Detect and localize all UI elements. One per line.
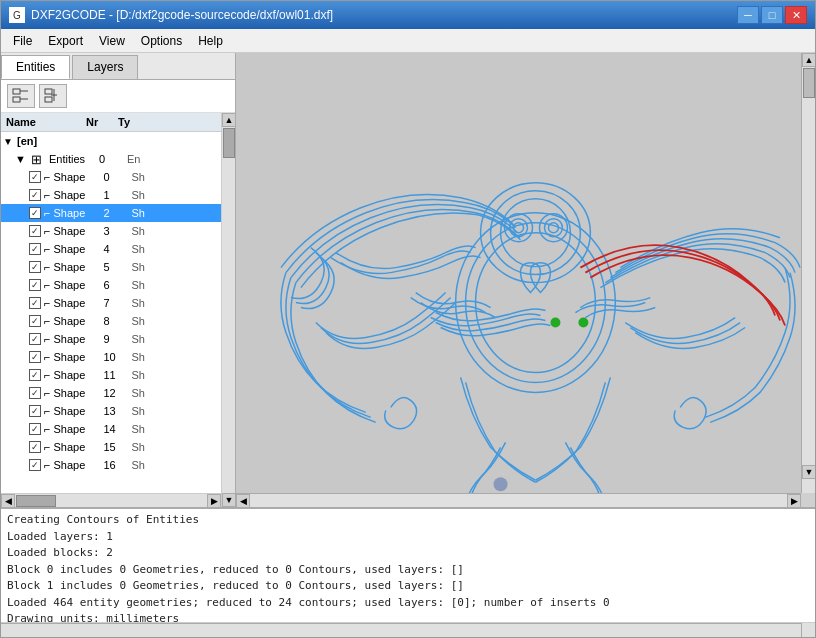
tree-row-3[interactable]: ⌐Shape3Sh — [1, 222, 221, 240]
tree-row-2[interactable]: ⌐Shape2Sh — [1, 204, 221, 222]
tree-row-15[interactable]: ⌐Shape15Sh — [1, 438, 221, 456]
row-shape-icon-5: ⌐ — [44, 261, 50, 273]
expand-all-button[interactable] — [39, 84, 67, 108]
row-type-4: Sh — [131, 243, 161, 255]
menu-options[interactable]: Options — [133, 32, 190, 50]
maximize-button[interactable]: □ — [761, 6, 783, 24]
row-name-6: Shape — [53, 279, 103, 291]
tree-row-12[interactable]: ⌐Shape12Sh — [1, 384, 221, 402]
main-window: G DXF2GCODE - [D:/dxf2gcode-sourcecode/d… — [0, 0, 816, 638]
row-shape-icon-12: ⌐ — [44, 387, 50, 399]
col-type-header: Ty — [115, 115, 145, 129]
row-shape-icon-1: ⌐ — [44, 189, 50, 201]
canvas-vscrollbar: ▲ ▼ — [801, 53, 815, 493]
row-checkbox-0[interactable] — [29, 171, 41, 183]
tree-row-11[interactable]: ⌐Shape11Sh — [1, 366, 221, 384]
row-shape-icon-14: ⌐ — [44, 423, 50, 435]
row-name-9: Shape — [53, 333, 103, 345]
canvas-hscroll-right[interactable]: ▶ — [787, 494, 801, 507]
canvas-hscroll-track[interactable] — [250, 494, 787, 507]
row-checkbox-6[interactable] — [29, 279, 41, 291]
row-type-3: Sh — [131, 225, 161, 237]
row-shape-icon-9: ⌐ — [44, 333, 50, 345]
tree-row-8[interactable]: ⌐Shape8Sh — [1, 312, 221, 330]
row-checkbox-11[interactable] — [29, 369, 41, 381]
row-checkbox-5[interactable] — [29, 261, 41, 273]
tree-area[interactable]: Name Nr Ty ▼ [en] ▼ ⊞ — [1, 113, 221, 493]
tree-row-0[interactable]: ⌐Shape0Sh — [1, 168, 221, 186]
tree-root[interactable]: ▼ [en] — [1, 132, 221, 150]
row-shape-icon-2: ⌐ — [44, 207, 50, 219]
row-checkbox-7[interactable] — [29, 297, 41, 309]
log-container: Creating Contours of EntitiesLoaded laye… — [7, 512, 809, 622]
tree-row-9[interactable]: ⌐Shape9Sh — [1, 330, 221, 348]
vscroll-thumb[interactable] — [223, 128, 235, 158]
log-line-6: Drawing units: millimeters — [7, 611, 809, 622]
row-name-3: Shape — [53, 225, 103, 237]
vscroll-down-button[interactable]: ▼ — [222, 493, 235, 507]
vscroll-track[interactable] — [222, 127, 235, 493]
row-shape-icon-16: ⌐ — [44, 459, 50, 471]
log-area: Creating Contours of EntitiesLoaded laye… — [1, 509, 815, 622]
canvas-vscroll-up[interactable]: ▲ — [802, 53, 815, 67]
tree-row-5[interactable]: ⌐Shape5Sh — [1, 258, 221, 276]
tab-entities[interactable]: Entities — [1, 55, 70, 79]
row-name-15: Shape — [53, 441, 103, 453]
bottom-hscroll-track[interactable] — [1, 623, 801, 637]
hscroll-track[interactable] — [15, 494, 207, 507]
minimize-button[interactable]: ─ — [737, 6, 759, 24]
row-shape-icon-7: ⌐ — [44, 297, 50, 309]
close-button[interactable]: ✕ — [785, 6, 807, 24]
row-shape-icon-4: ⌐ — [44, 243, 50, 255]
tree-row-7[interactable]: ⌐Shape7Sh — [1, 294, 221, 312]
app-icon: G — [9, 7, 25, 23]
row-checkbox-15[interactable] — [29, 441, 41, 453]
row-checkbox-9[interactable] — [29, 333, 41, 345]
hscroll-right-button[interactable]: ▶ — [207, 494, 221, 507]
row-checkbox-2[interactable] — [29, 207, 41, 219]
tab-bar: Entities Layers — [1, 53, 235, 80]
row-nr-0: 0 — [103, 171, 131, 183]
vscroll-up-button[interactable]: ▲ — [222, 113, 235, 127]
canvas-vscroll-thumb[interactable] — [803, 68, 815, 98]
tree-row-6[interactable]: ⌐Shape6Sh — [1, 276, 221, 294]
bottom-vscroll-corner[interactable] — [801, 623, 815, 637]
row-nr-13: 13 — [103, 405, 131, 417]
window-title: DXF2GCODE - [D:/dxf2gcode-sourcecode/dxf… — [31, 8, 333, 22]
row-checkbox-8[interactable] — [29, 315, 41, 327]
row-type-11: Sh — [131, 369, 161, 381]
row-name-4: Shape — [53, 243, 103, 255]
menu-file[interactable]: File — [5, 32, 40, 50]
hscroll-thumb[interactable] — [16, 495, 56, 507]
canvas-hscroll-left[interactable]: ◀ — [236, 494, 250, 507]
tree-row-16[interactable]: ⌐Shape16Sh — [1, 456, 221, 474]
menu-view[interactable]: View — [91, 32, 133, 50]
tree-row-14[interactable]: ⌐Shape14Sh — [1, 420, 221, 438]
row-shape-icon-15: ⌐ — [44, 441, 50, 453]
tab-layers[interactable]: Layers — [72, 55, 138, 79]
row-nr-5: 5 — [103, 261, 131, 273]
row-checkbox-10[interactable] — [29, 351, 41, 363]
root-label: [en] — [17, 135, 77, 147]
collapse-all-button[interactable] — [7, 84, 35, 108]
tree-row-13[interactable]: ⌐Shape13Sh — [1, 402, 221, 420]
row-shape-icon-8: ⌐ — [44, 315, 50, 327]
canvas-vscroll-track[interactable] — [802, 68, 815, 480]
tree-row-1[interactable]: ⌐Shape1Sh — [1, 186, 221, 204]
tree-entities-group[interactable]: ▼ ⊞ Entities 0 En — [1, 150, 221, 168]
tree-row-4[interactable]: ⌐Shape4Sh — [1, 240, 221, 258]
row-checkbox-14[interactable] — [29, 423, 41, 435]
menu-export[interactable]: Export — [40, 32, 91, 50]
row-checkbox-1[interactable] — [29, 189, 41, 201]
bottom-panel: Creating Contours of EntitiesLoaded laye… — [1, 507, 815, 637]
row-checkbox-4[interactable] — [29, 243, 41, 255]
hscroll-left-button[interactable]: ◀ — [1, 494, 15, 507]
row-checkbox-16[interactable] — [29, 459, 41, 471]
row-checkbox-13[interactable] — [29, 405, 41, 417]
row-checkbox-3[interactable] — [29, 225, 41, 237]
canvas-vscroll-down[interactable]: ▼ — [802, 465, 815, 479]
menu-help[interactable]: Help — [190, 32, 231, 50]
row-checkbox-12[interactable] — [29, 387, 41, 399]
tree-row-10[interactable]: ⌐Shape10Sh — [1, 348, 221, 366]
canvas-area[interactable]: ▲ ▼ ◀ ▶ — [236, 53, 815, 507]
